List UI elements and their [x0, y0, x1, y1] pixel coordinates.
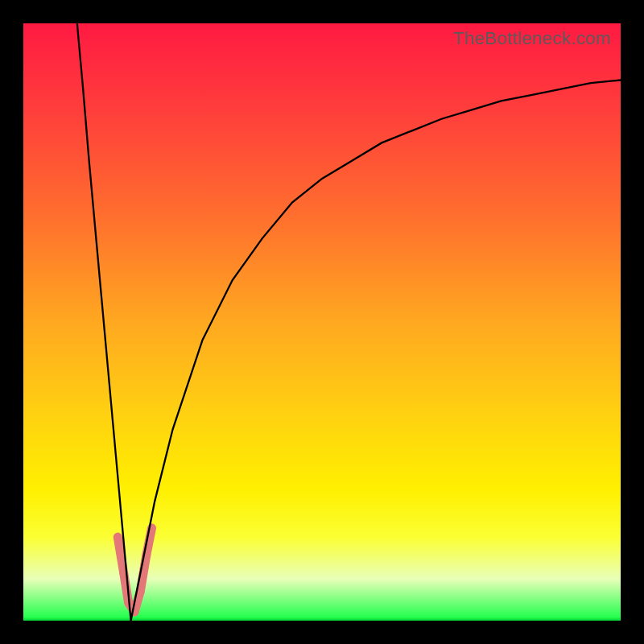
marker-segment [118, 537, 123, 573]
chart-frame: TheBottleneck.com [0, 0, 644, 644]
curve-left-branch [77, 23, 131, 621]
curve-right-branch [131, 80, 621, 621]
curve-svg [23, 23, 621, 621]
plot-area: TheBottleneck.com [23, 23, 621, 621]
